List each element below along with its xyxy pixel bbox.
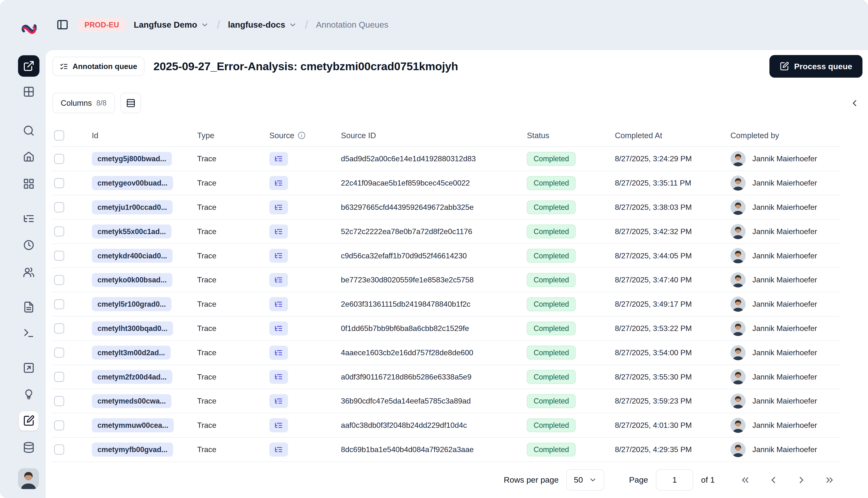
trace-source-icon[interactable] [269,297,288,311]
row-checkbox[interactable] [54,323,64,333]
item-id-link[interactable]: cmetymyfb00gvad... [92,443,173,456]
item-id-link[interactable]: cmetyg5j800bwad... [92,152,172,166]
trace-source-icon[interactable] [269,224,288,239]
item-id-link[interactable]: cmetyk55x00c1ad... [92,224,171,238]
project-switcher[interactable]: langfuse-docs [228,20,297,29]
pagination [738,473,837,487]
row-checkbox[interactable] [54,420,64,431]
row-checkbox[interactable] [54,251,64,261]
item-id-link[interactable]: cmetym2fz00d4ad... [92,370,172,384]
info-icon[interactable] [298,131,306,140]
search-icon[interactable] [18,121,39,141]
previous-page-button[interactable] [766,473,780,487]
select-all-checkbox[interactable] [54,130,64,140]
table-row[interactable]: cmetymmuw00cea... Trace aaf0c38db0f3f204… [52,414,840,438]
row-checkbox[interactable] [54,348,64,358]
trace-source-icon[interactable] [269,418,288,432]
row-checkbox[interactable] [54,226,64,236]
item-id-link[interactable]: cmetyko0k00bsad... [92,273,172,287]
page-number-input[interactable] [656,469,693,490]
next-page-button[interactable] [795,473,808,487]
table-row[interactable]: cmetygeov00buad... Trace 22c41f09acae5b1… [52,171,840,195]
table-row[interactable]: cmetyg5j800bwad... Trace d5ad9d52a00c6e1… [52,147,840,171]
table-row[interactable]: cmetyk55x00c1ad... Trace 52c72c2222ea78e… [52,220,840,244]
trace-source-icon[interactable] [269,322,288,336]
collapse-panel-button[interactable] [846,95,863,111]
database-icon[interactable] [18,437,39,457]
langfuse-logo[interactable] [21,22,37,37]
lightbulb-icon[interactable] [18,384,39,405]
table-row[interactable]: cmetym2fz00d4ad... Trace a0df3f901167218… [52,365,840,389]
table-row[interactable]: cmetykdr400ciad0... Trace c9d56ca32efaff… [52,244,840,268]
column-header-type[interactable]: Type [197,131,269,140]
trace-source-icon[interactable] [269,370,288,384]
row-checkbox[interactable] [54,202,64,212]
row-checkbox[interactable] [54,178,64,188]
item-id-link[interactable]: cmetykdr400ciad0... [92,249,173,263]
trace-source-icon[interactable] [269,394,288,408]
table-row[interactable]: cmetylt3m00d2ad... Trace 4aaece1603cb2e1… [52,341,840,365]
row-height-button[interactable] [120,93,141,113]
trace-source-icon[interactable] [269,249,288,263]
status-badge: Completed [527,273,575,287]
table-row[interactable]: cmetyju1r00ccad0... Trace b63297665cfd44… [52,195,840,220]
breadcrumb-separator: / [305,18,308,31]
item-id-link[interactable]: cmetyju1r00ccad0... [92,200,173,214]
item-id-link[interactable]: cmetymmuw00cea... [92,418,174,432]
item-id-link[interactable]: cmetyl5r100grad0... [92,297,171,311]
trace-source-icon[interactable] [269,176,288,190]
column-header-source-id[interactable]: Source ID [341,131,527,140]
org-switcher[interactable]: Langfuse Demo [134,20,209,29]
status-badge: Completed [527,176,575,190]
last-page-button[interactable] [823,473,837,487]
home-icon[interactable] [18,146,39,167]
row-checkbox[interactable] [54,396,64,406]
sidebar-toggle-icon[interactable] [55,17,70,32]
item-id-link[interactable]: cmetylht300bqad0... [92,322,173,335]
completed-by-name: Jannik Maierhoefer [752,251,817,260]
trace-source-icon[interactable] [269,443,288,457]
trace-source-icon[interactable] [269,152,288,166]
external-link-icon[interactable] [18,55,39,77]
users-icon[interactable] [18,262,39,282]
file-text-icon[interactable] [18,297,39,317]
column-header-completed-at[interactable]: Completed At [615,131,726,140]
table-row[interactable]: cmetyl5r100grad0... Trace 2e603f31361115… [52,292,840,316]
trace-source-icon[interactable] [269,273,288,287]
terminal-icon[interactable] [18,323,39,343]
column-header-source[interactable]: Source [269,131,341,140]
columns-label: Columns [61,99,92,108]
square-pen-icon[interactable] [18,411,39,431]
row-checkbox[interactable] [54,299,64,309]
table-row[interactable]: cmetymyfb00gvad... Trace 8dc69b1ba1e540b… [52,438,840,462]
completed-by-name: Jannik Maierhoefer [752,179,817,187]
row-checkbox[interactable] [54,372,64,382]
column-header-completed-by[interactable]: Completed by [726,131,840,140]
page-label: Page [629,475,648,485]
row-checkbox[interactable] [54,154,64,164]
trace-source-icon[interactable] [269,200,288,214]
user-avatar[interactable] [18,468,39,489]
item-id-link[interactable]: cmetylt3m00d2ad... [92,345,171,359]
trace-source-icon[interactable] [269,345,288,360]
square-arrow-up-right-icon[interactable] [18,358,39,378]
row-checkbox[interactable] [54,275,64,285]
list-tree-icon[interactable] [18,208,39,228]
column-header-status[interactable]: Status [527,131,615,140]
first-page-button[interactable] [738,473,752,487]
row-checkbox[interactable] [54,444,64,455]
column-header-id[interactable]: Id [92,131,197,140]
source-header-label: Source [269,131,294,140]
process-queue-button[interactable]: Process queue [769,55,863,78]
environment-badge[interactable]: PROD-EU [78,18,126,32]
item-id-link[interactable]: cmetygeov00buad... [92,176,173,190]
layout-grid-icon[interactable] [18,173,39,194]
rows-per-page-select[interactable]: 50 [567,469,604,490]
columns-button[interactable]: Columns 8/8 [52,93,115,113]
item-id-link[interactable]: cmetymeds00cwa... [92,394,171,408]
table-row[interactable]: cmetylht300bqad0... Trace 0f1dd65b7bb9bf… [52,316,840,341]
table-icon[interactable] [18,82,39,102]
table-row[interactable]: cmetyko0k00bsad... Trace be7723e30d80205… [52,268,840,292]
table-row[interactable]: cmetymeds00cwa... Trace 36b90cdfc47e5da1… [52,389,840,414]
clock-icon[interactable] [18,235,39,255]
